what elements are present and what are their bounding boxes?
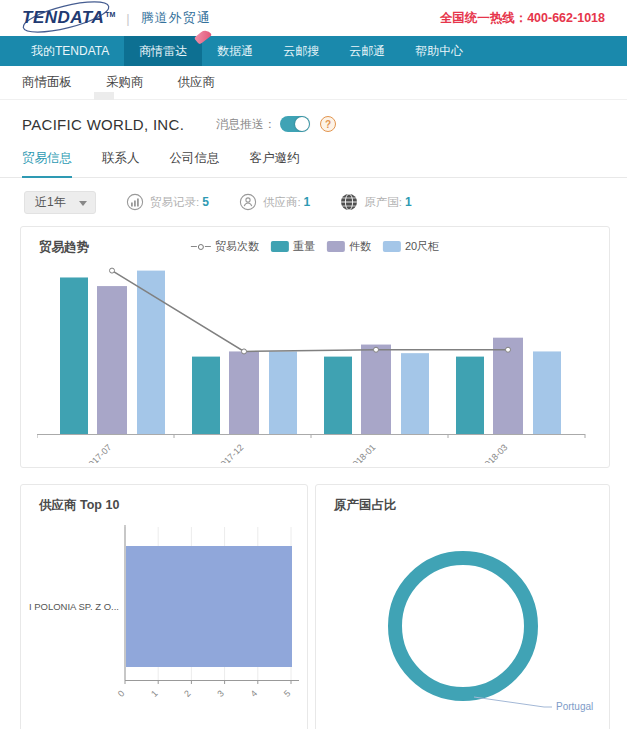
stat-label: 供应商: bbox=[263, 195, 301, 210]
nav-item-label: 商情雷达 bbox=[139, 44, 187, 58]
time-range-value: 近1年 bbox=[35, 195, 66, 209]
svg-text:4: 4 bbox=[249, 688, 260, 699]
menu-stub bbox=[94, 92, 114, 100]
svg-text:1: 1 bbox=[149, 688, 160, 699]
nav-item-cloud-mail-search[interactable]: 云邮搜 bbox=[268, 36, 334, 66]
subnav-item-buyers[interactable]: 采购商 bbox=[106, 74, 144, 91]
stat-value: 1 bbox=[405, 195, 412, 209]
filter-row: 近1年 贸易记录: 5 供应商: 1 原产国: 1 bbox=[0, 190, 627, 214]
stat-label: 贸易记录: bbox=[150, 195, 199, 210]
bottom-row: 供应商 Top 10 PINI POLONIA SP. Z O...012345… bbox=[20, 484, 610, 729]
nav-item-cloud-mail[interactable]: 云邮通 bbox=[334, 36, 400, 66]
globe-icon bbox=[340, 193, 358, 211]
supplier-top10-panel: 供应商 Top 10 PINI POLONIA SP. Z O...012345 bbox=[20, 484, 308, 729]
stat-suppliers: 供应商: 1 bbox=[239, 193, 310, 211]
svg-text:Portugal: Portugal bbox=[556, 701, 593, 712]
svg-text:0: 0 bbox=[116, 688, 127, 699]
hotline-text: 全国统一热线：400-662-1018 bbox=[440, 10, 605, 27]
stat-value: 1 bbox=[304, 195, 311, 209]
subnav-item-suppliers[interactable]: 供应商 bbox=[178, 74, 216, 91]
company-name: PACIFIC WORLD, INC. bbox=[22, 116, 184, 133]
svg-text:5: 5 bbox=[282, 688, 293, 699]
weight-swatch-icon bbox=[271, 241, 289, 252]
legend-item-pieces[interactable]: 件数 bbox=[327, 239, 371, 254]
origin-share-chart: Portugal bbox=[316, 485, 609, 729]
caret-down-icon bbox=[79, 201, 87, 206]
trend-legend: 贸易次数 重量 件数 20尺柜 bbox=[191, 239, 439, 254]
nav-item-data-tong[interactable]: 数据通 bbox=[202, 36, 268, 66]
origin-share-panel: 原产国占比 Portugal bbox=[315, 484, 610, 729]
line-marker-icon bbox=[191, 244, 211, 250]
time-range-select[interactable]: 近1年 bbox=[24, 191, 96, 214]
legend-item-weight[interactable]: 重量 bbox=[271, 239, 315, 254]
supplier-top10-title: 供应商 Top 10 bbox=[39, 497, 119, 514]
toggle-knob bbox=[295, 117, 309, 131]
teu-swatch-icon bbox=[383, 241, 401, 252]
product-name: 腾道外贸通 bbox=[141, 9, 211, 27]
logo-trademark: TM bbox=[105, 11, 115, 18]
nav-item-business-radar[interactable]: 商情雷达 bbox=[124, 36, 202, 66]
stat-label: 原产国: bbox=[364, 195, 402, 210]
legend-label: 件数 bbox=[349, 239, 371, 254]
legend-item-trade-count[interactable]: 贸易次数 bbox=[191, 239, 259, 254]
svg-text:2: 2 bbox=[182, 688, 193, 699]
svg-text:2017-12: 2017-12 bbox=[215, 442, 245, 463]
legend-label: 重量 bbox=[293, 239, 315, 254]
message-push-toggle[interactable] bbox=[280, 116, 310, 132]
subnav-item-panel[interactable]: 商情面板 bbox=[22, 74, 72, 91]
stat-value: 5 bbox=[202, 195, 209, 209]
tab-trade-info[interactable]: 贸易信息 bbox=[22, 150, 72, 178]
logo-text: TENDATA bbox=[22, 8, 104, 28]
help-icon[interactable]: ? bbox=[320, 116, 336, 132]
svg-text:2018-01: 2018-01 bbox=[347, 442, 377, 463]
svg-text:2017-07: 2017-07 bbox=[83, 442, 113, 463]
nav-item-help-center[interactable]: 帮助中心 bbox=[400, 36, 478, 66]
trade-trend-title: 贸易趋势 bbox=[39, 239, 89, 256]
supplier-icon bbox=[239, 193, 257, 211]
tendata-logo[interactable]: TENDATA TM bbox=[22, 8, 115, 28]
trade-records-icon bbox=[126, 193, 144, 211]
legend-item-teu[interactable]: 20尺柜 bbox=[383, 239, 439, 254]
legend-label: 20尺柜 bbox=[405, 239, 439, 254]
trade-trend-panel: 贸易趋势 贸易次数 重量 件数 20尺柜 2017-072017-122018-… bbox=[20, 226, 610, 468]
stat-trade-records: 贸易记录: 5 bbox=[126, 193, 209, 211]
tabs-bar: 贸易信息 联系人 公司信息 客户邀约 bbox=[0, 150, 627, 178]
stat-origin-countries: 原产国: 1 bbox=[340, 193, 411, 211]
supplier-top10-chart: PINI POLONIA SP. Z O...012345 bbox=[29, 517, 305, 727]
tab-customer-invite[interactable]: 客户邀约 bbox=[250, 150, 300, 177]
trade-trend-chart: 2017-072017-122018-012018-03 bbox=[37, 257, 593, 463]
top-header: TENDATA TM | 腾道外贸通 全国统一热线：400-662-1018 bbox=[0, 0, 627, 36]
nav-item-my-tendata[interactable]: 我的TENDATA bbox=[16, 36, 124, 66]
header-divider: | bbox=[126, 11, 129, 26]
tab-contacts[interactable]: 联系人 bbox=[102, 150, 140, 177]
svg-text:PINI POLONIA SP. Z O...: PINI POLONIA SP. Z O... bbox=[29, 601, 119, 612]
push-label: 消息推送： bbox=[216, 116, 276, 133]
legend-label: 贸易次数 bbox=[215, 239, 259, 254]
svg-text:3: 3 bbox=[215, 688, 226, 699]
main-nav: 我的TENDATA 商情雷达 数据通 云邮搜 云邮通 帮助中心 bbox=[0, 36, 627, 66]
company-row: PACIFIC WORLD, INC. 消息推送： ? bbox=[0, 112, 627, 136]
pieces-swatch-icon bbox=[327, 241, 345, 252]
svg-text:2018-03: 2018-03 bbox=[479, 442, 509, 463]
tab-company-info[interactable]: 公司信息 bbox=[170, 150, 220, 177]
sub-nav: 商情面板 采购商 供应商 bbox=[0, 66, 627, 100]
